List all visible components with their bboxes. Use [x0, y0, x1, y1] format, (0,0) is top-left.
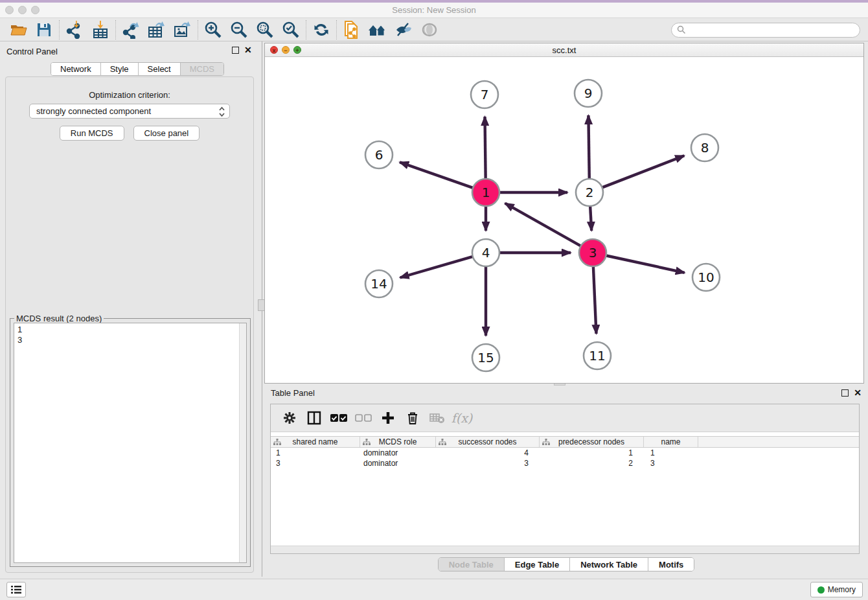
hierarchy-icon [542, 439, 550, 448]
add-column-icon[interactable] [376, 407, 400, 429]
optimization-criterion-value: strongly connected component [36, 106, 151, 116]
save-icon[interactable] [31, 19, 57, 40]
column-header[interactable]: shared name [271, 437, 360, 447]
close-panel-icon[interactable]: ✕ [244, 47, 252, 54]
column-header[interactable]: name [644, 437, 698, 447]
tab-motifs[interactable]: Motifs [648, 558, 694, 571]
memory-button[interactable]: Memory [810, 582, 863, 597]
tab-network[interactable]: Network [51, 63, 101, 75]
search-input[interactable] [671, 23, 860, 38]
table-bottom-strip [271, 546, 859, 553]
column-header[interactable]: successor nodes [436, 437, 540, 447]
graph-node-label: 9 [584, 86, 593, 101]
tab-network-table[interactable]: Network Table [570, 558, 648, 571]
table-row[interactable]: 1 dominator 4 1 1 [271, 448, 859, 458]
export-table-icon[interactable] [144, 19, 170, 40]
graph-edge[interactable] [605, 255, 685, 273]
network-canvas[interactable]: 7968124314101511 [265, 57, 863, 383]
control-panel-tabs: Network Style Select MCDS [51, 62, 224, 76]
select-stepper-icon [218, 106, 225, 119]
export-network-icon[interactable] [118, 19, 144, 40]
tab-select[interactable]: Select [139, 63, 181, 75]
scrollbar[interactable] [239, 323, 246, 562]
search-icon [677, 25, 686, 34]
network-graph: 7968124314101511 [265, 57, 863, 383]
zoom-fit-icon[interactable] [252, 19, 278, 40]
first-neighbors-icon[interactable] [365, 19, 391, 40]
tab-style[interactable]: Style [101, 63, 139, 75]
mcds-panel-body: Optimization criterion: strongly connect… [5, 76, 254, 573]
select-all-rows-icon[interactable] [326, 407, 351, 429]
graph-edge[interactable] [588, 115, 589, 180]
table-row[interactable]: 3 dominator 3 2 3 [271, 458, 859, 468]
graph-edge[interactable] [601, 156, 685, 188]
import-network-icon[interactable] [62, 19, 87, 40]
run-mcds-button[interactable]: Run MCDS [60, 126, 124, 141]
toolbar-separator [198, 20, 198, 40]
hierarchy-icon [439, 439, 446, 448]
table-tabs: Node Table Edge Table Network Table Moti… [438, 557, 695, 571]
network-view-window: x − + scc.txt 7968124314101511 [264, 43, 864, 384]
float-panel-icon[interactable] [232, 47, 239, 54]
optimization-criterion-select[interactable]: strongly connected component [29, 104, 230, 119]
delete-column-icon[interactable] [400, 407, 425, 429]
zoom-out-icon[interactable] [226, 19, 252, 40]
titlebar[interactable]: Session: New Session [0, 3, 868, 18]
mcds-result-title: MCDS result (2 nodes) [14, 314, 104, 323]
columns-icon[interactable] [302, 407, 326, 429]
graph-node-label: 10 [698, 270, 714, 285]
refresh-layout-icon[interactable] [308, 19, 334, 40]
graph-node-label: 1 [482, 185, 490, 200]
node-table: shared name MCDS role successor nodes pr… [271, 436, 859, 468]
table-panel: Table Panel ✕ [264, 386, 868, 577]
graph-node-label: 7 [481, 87, 489, 102]
graph-node-label: 14 [371, 276, 387, 292]
new-network-from-selection-icon[interactable] [339, 19, 365, 40]
task-history-button[interactable] [6, 582, 26, 597]
memory-status-icon [817, 586, 825, 594]
window-title: Session: New Session [0, 5, 868, 15]
zoom-selected-icon[interactable] [278, 19, 304, 40]
hierarchy-icon [273, 439, 281, 448]
graph-node-label: 15 [477, 350, 494, 365]
graph-edge[interactable] [593, 265, 597, 334]
delete-table-icon[interactable] [425, 407, 450, 429]
open-folder-icon[interactable] [5, 19, 31, 40]
zoom-in-icon[interactable] [200, 19, 226, 40]
import-table-icon[interactable] [87, 19, 113, 40]
toolbar-separator [59, 20, 60, 40]
deselect-all-rows-icon[interactable] [351, 407, 376, 429]
graph-edge[interactable] [400, 162, 474, 188]
graph-edge[interactable] [590, 205, 591, 231]
hide-selected-icon[interactable] [391, 19, 417, 40]
close-panel-button[interactable]: Close panel [133, 126, 200, 141]
graph-edge[interactable] [485, 117, 486, 180]
tab-edge-table[interactable]: Edge Table [505, 558, 570, 571]
column-header[interactable]: MCDS role [360, 437, 436, 447]
gear-icon[interactable] [277, 407, 302, 429]
graph-edge[interactable] [400, 256, 474, 277]
status-bar: Memory [0, 579, 868, 600]
column-header[interactable]: predecessor nodes [540, 437, 644, 447]
application-window: Session: New Session [0, 0, 868, 600]
graph-node-label: 11 [589, 348, 605, 363]
memory-label: Memory [828, 585, 856, 594]
tab-mcds[interactable]: MCDS [181, 63, 223, 75]
tab-node-table[interactable]: Node Table [439, 558, 505, 571]
network-window-titlebar[interactable]: x − + scc.txt [265, 43, 863, 57]
graph-node-label: 3 [589, 245, 597, 260]
mcds-result-line: 1 [17, 325, 246, 335]
export-image-icon[interactable] [170, 19, 196, 40]
graph-node-label: 6 [375, 147, 383, 163]
graph-edge[interactable] [505, 203, 582, 247]
toolbar-separator [306, 20, 306, 40]
float-panel-icon[interactable] [841, 389, 849, 397]
table-header-row: shared name MCDS role successor nodes pr… [271, 436, 859, 448]
toolbar-separator [115, 20, 116, 40]
show-all-icon[interactable] [417, 19, 442, 40]
hierarchy-icon [363, 439, 371, 448]
mcds-result-list[interactable]: 1 3 [14, 323, 247, 563]
close-panel-icon[interactable]: ✕ [854, 389, 862, 397]
optimization-criterion-label: Optimization criterion: [6, 90, 253, 100]
control-panel-title: Control Panel [6, 47, 58, 56]
